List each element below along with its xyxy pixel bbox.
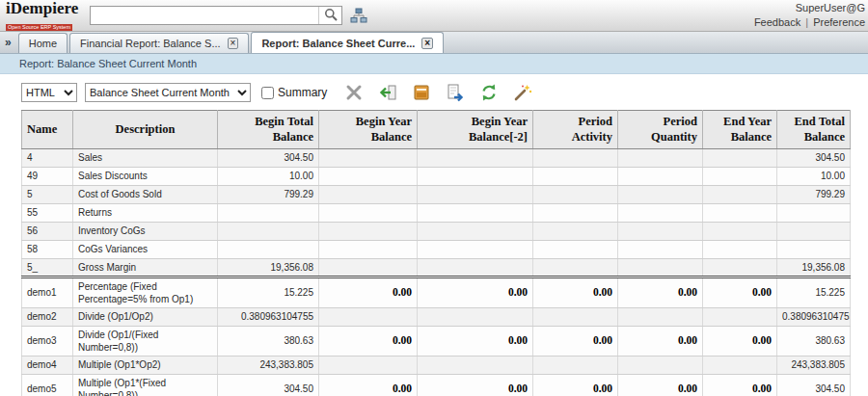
row-name: 58: [22, 240, 73, 258]
table-header-row: NameDescriptionBegin Total BalanceBegin …: [22, 111, 851, 149]
export-file-icon[interactable]: [445, 82, 466, 103]
toolbar-icons: [343, 82, 533, 103]
row-value: [618, 307, 703, 326]
row-name: demo1: [22, 277, 73, 307]
row-value: 0.00: [319, 374, 418, 396]
row-value: 0.00: [703, 326, 777, 356]
column-header: Period Quantity: [618, 111, 703, 149]
top-links: Feedback | Preference: [754, 16, 865, 28]
row-description: CoGs Variances: [73, 240, 218, 258]
row-value: [533, 240, 618, 258]
sitemap-icon[interactable]: [350, 8, 367, 23]
table-row: demo2Divide (Op1/Op2)0.3809631047550.380…: [22, 307, 851, 326]
row-value: [703, 167, 777, 185]
archive-icon[interactable]: [411, 82, 432, 103]
tab-bar: » Home Financial Report: Balance S... × …: [0, 32, 868, 54]
report-table: NameDescriptionBegin Total BalanceBegin …: [21, 110, 851, 396]
close-icon[interactable]: ×: [421, 38, 433, 49]
feedback-link[interactable]: Feedback: [754, 16, 800, 28]
row-value: [618, 240, 703, 258]
row-value: [618, 356, 703, 374]
tab-report-balance-sheet[interactable]: Report: Balance Sheet Curre... ×: [251, 32, 444, 53]
row-value: 0.380963104755: [777, 307, 851, 326]
summary-toggle[interactable]: Summary: [261, 86, 327, 99]
row-value: [703, 185, 777, 203]
row-value: [319, 307, 418, 326]
top-bar: iDempiere Open Source ERP System SuperUs…: [0, 0, 868, 32]
row-name: demo5: [22, 374, 73, 396]
table-row: 58CoGs Variances: [22, 240, 851, 258]
column-header: Begin Year Balance[-2]: [418, 111, 533, 149]
row-value: [319, 167, 418, 185]
search-button[interactable]: [318, 7, 341, 24]
row-description: Sales Discounts: [73, 167, 218, 185]
row-value: 0.00: [533, 326, 618, 356]
row-value: [533, 307, 618, 326]
row-description: Gross Margin: [73, 258, 218, 277]
row-value: 380.63: [777, 326, 851, 356]
row-value: 0.00: [533, 374, 618, 396]
tab-report-balance-sheet-label: Report: Balance Sheet Curre...: [261, 38, 415, 49]
row-value: 15.225: [218, 277, 319, 307]
export-icon[interactable]: [377, 82, 398, 103]
row-value: [703, 222, 777, 240]
app-logo: iDempiere Open Source ERP System: [6, 0, 78, 32]
report-select[interactable]: Balance Sheet Current Month: [85, 83, 251, 102]
row-description: Percentage (Fixed Percentage=5% from Op1…: [73, 277, 218, 307]
user-label: SuperUser@G: [754, 2, 865, 13]
row-value: [533, 203, 618, 222]
row-value: 19,356.08: [218, 258, 319, 277]
row-description: Divide (Op1/(Fixed Number=0,8)): [73, 326, 218, 356]
row-value: 304.50: [218, 374, 319, 396]
format-select[interactable]: HTML: [21, 83, 77, 102]
row-value: 243,383.805: [777, 356, 851, 374]
row-value: [418, 307, 533, 326]
tab-financial-report[interactable]: Financial Report: Balance S... ×: [69, 33, 249, 53]
row-value: 0.00: [618, 374, 703, 396]
row-description: Divide (Op1/Op2): [73, 307, 218, 326]
row-value: [533, 222, 618, 240]
row-value: [418, 356, 533, 374]
tab-home[interactable]: Home: [18, 33, 68, 53]
wizard-icon[interactable]: [512, 82, 533, 103]
tab-overflow-icon[interactable]: »: [5, 36, 12, 49]
row-description: Inventory CoGs: [73, 222, 218, 240]
row-value: [703, 307, 777, 326]
row-value: [218, 240, 319, 258]
row-value: 0.00: [618, 277, 703, 307]
row-name: demo2: [22, 307, 73, 326]
row-value: [418, 240, 533, 258]
row-value: [418, 185, 533, 203]
search-icon: [324, 8, 338, 24]
refresh-icon[interactable]: [478, 82, 500, 103]
row-value: 10.00: [218, 167, 319, 185]
row-value: [618, 258, 703, 277]
row-value: [418, 148, 533, 167]
row-value: [703, 203, 777, 222]
customize-icon[interactable]: [343, 82, 365, 103]
table-row: demo3Divide (Op1/(Fixed Number=0,8))380.…: [22, 326, 851, 356]
close-icon[interactable]: ×: [228, 38, 239, 49]
row-description: Returns: [73, 203, 218, 222]
row-value: 304.50: [218, 148, 319, 167]
row-value: [777, 222, 851, 240]
row-value: [703, 148, 777, 167]
row-value: 0.00: [418, 326, 533, 356]
row-value: [618, 167, 703, 185]
row-description: Multiple (Op1*(Fixed Number=0,8)): [73, 374, 218, 396]
row-value: 0.00: [319, 277, 418, 307]
preference-link[interactable]: Preference: [813, 16, 865, 28]
table-row: 49Sales Discounts10.0010.00: [22, 167, 851, 185]
row-value: [777, 240, 851, 258]
row-value: 15.225: [777, 277, 851, 307]
table-row: 5Cost of Goods Sold799.29799.29: [22, 185, 851, 203]
search-input[interactable]: [91, 8, 318, 23]
link-separator: |: [803, 16, 810, 28]
column-header: Name: [22, 111, 73, 149]
row-name: 55: [22, 203, 73, 222]
row-value: 304.50: [777, 374, 851, 396]
summary-label: Summary: [278, 86, 327, 99]
summary-checkbox[interactable]: [261, 87, 274, 99]
row-value: 799.29: [777, 185, 851, 203]
table-row: 5_Gross Margin19,356.0819,356.08: [22, 258, 851, 277]
